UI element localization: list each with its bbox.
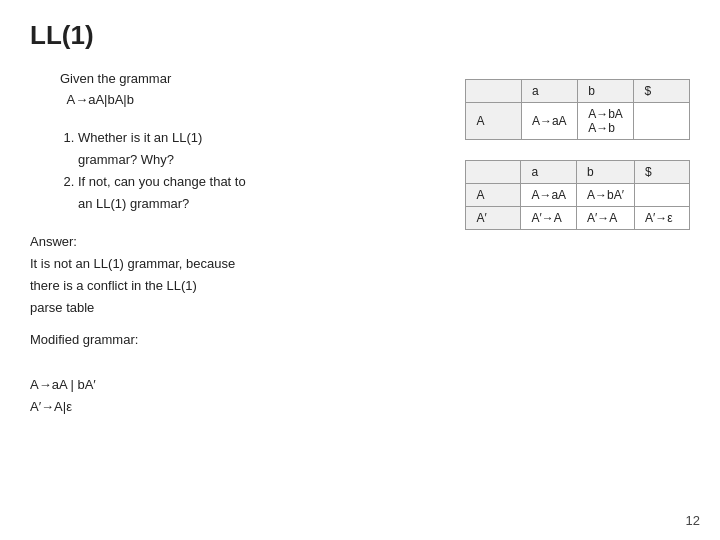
table2-row-Aprime: A′ A′→A A′→A A′→ε xyxy=(466,207,690,230)
page-number: 12 xyxy=(686,513,700,528)
answer-text: It is not an LL(1) grammar, becausethere… xyxy=(30,253,445,319)
grammar-intro-block: Given the grammar A→aA|bA|b xyxy=(60,69,445,111)
table1-A-b: A→bAA→b xyxy=(578,103,634,140)
right-column: a b $ A A→aA A→bAA→b a b $ xyxy=(465,69,690,428)
page-title: LL(1) xyxy=(30,20,690,51)
table1-h3: $ xyxy=(634,80,690,103)
question-1: Whether is it an LL(1)grammar? Why? xyxy=(78,127,445,171)
table1-header-row: a b $ xyxy=(466,80,690,103)
page: LL(1) Given the grammar A→aA|bA|b Whethe… xyxy=(0,0,720,540)
table1-h0 xyxy=(466,80,522,103)
table2-Aprime-label: A′ xyxy=(466,207,521,230)
table1-A-dollar xyxy=(634,103,690,140)
questions-block: Whether is it an LL(1)grammar? Why? If n… xyxy=(60,127,445,215)
table2-h0 xyxy=(466,161,521,184)
table1-row-A: A A→aA A→bAA→b xyxy=(466,103,690,140)
table1-A-a: A→aA xyxy=(521,103,577,140)
modified-rule1: A→aA | bA′ xyxy=(30,374,445,396)
table2-h3: $ xyxy=(635,161,690,184)
table2-A-a: A→aA xyxy=(521,184,577,207)
question-2: If not, can you change that toan LL(1) g… xyxy=(78,171,445,215)
table2-A-label: A xyxy=(466,184,521,207)
table2-h2: b xyxy=(577,161,635,184)
modified-label: Modified grammar: xyxy=(30,329,445,351)
main-content: Given the grammar A→aA|bA|b Whether is i… xyxy=(30,69,690,428)
answer-label: Answer: xyxy=(30,231,445,253)
table2-Aprime-dollar: A′→ε xyxy=(635,207,690,230)
left-column: Given the grammar A→aA|bA|b Whether is i… xyxy=(30,69,465,428)
grammar-rule: A→aA|bA|b xyxy=(60,90,445,111)
table2-row-A: A A→aA A→bA′ xyxy=(466,184,690,207)
table1-A-label: A xyxy=(466,103,522,140)
modified-block: Modified grammar: A→aA | bA′ A′→A|ε xyxy=(30,329,445,417)
table1-h2: b xyxy=(578,80,634,103)
grammar-intro-label: Given the grammar xyxy=(60,69,445,90)
table2-Aprime-b: A′→A xyxy=(577,207,635,230)
table2-h1: a xyxy=(521,161,577,184)
questions-list: Whether is it an LL(1)grammar? Why? If n… xyxy=(78,127,445,215)
parse-table-2: a b $ A A→aA A→bA′ A′ A′→A A′→A A′→ε xyxy=(465,160,690,230)
table2-header-row: a b $ xyxy=(466,161,690,184)
table1-h1: a xyxy=(521,80,577,103)
modified-rule2: A′→A|ε xyxy=(30,396,445,418)
table2-A-b: A→bA′ xyxy=(577,184,635,207)
table2-A-dollar xyxy=(635,184,690,207)
answer-block: Answer: It is not an LL(1) grammar, beca… xyxy=(30,231,445,319)
table2-Aprime-a: A′→A xyxy=(521,207,577,230)
parse-table-1: a b $ A A→aA A→bAA→b xyxy=(465,79,690,140)
